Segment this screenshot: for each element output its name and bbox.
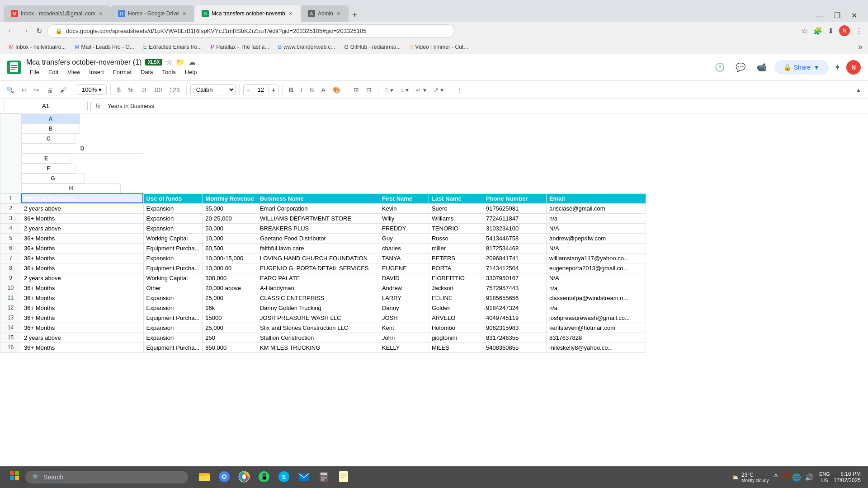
cell-d14[interactable]: Stix and Stones Construction LLC — [257, 323, 379, 333]
bookmark-item-3[interactable]: E Extracted Emails fro... — [140, 42, 205, 52]
cell-f15[interactable]: giogtonini — [429, 333, 483, 343]
cell-g9[interactable]: 3307950167 — [483, 273, 546, 283]
row-num-6[interactable]: 6 — [0, 243, 21, 253]
cell-g3[interactable]: 7724611847 — [483, 213, 546, 223]
cell-g12[interactable]: 9184247324 — [483, 303, 546, 313]
cell-a5[interactable]: 36+ Months — [21, 233, 144, 243]
cell-f1[interactable]: Last Name — [429, 193, 483, 203]
cell-b3[interactable]: Expansion — [143, 213, 203, 223]
cell-e3[interactable]: Willy — [379, 213, 429, 223]
cell-b6[interactable]: Equipment Purcha... — [143, 243, 203, 253]
account-avatar[interactable]: N — [846, 60, 861, 75]
cell-e13[interactable]: JOSH — [379, 313, 429, 323]
close-button[interactable]: ✕ — [848, 9, 861, 22]
sound-icon[interactable]: 🔊 — [805, 473, 814, 482]
cell-b12[interactable]: Expansion — [143, 303, 203, 313]
gemini-button[interactable]: ✦ — [834, 62, 841, 72]
row-num-11[interactable]: 11 — [0, 293, 21, 303]
file-explorer-taskbar-icon[interactable] — [195, 468, 213, 487]
cell-d10[interactable]: A-Handyman — [257, 283, 379, 293]
search-button[interactable]: 🔍 — [4, 84, 17, 95]
cell-f6[interactable]: miller — [429, 243, 483, 253]
cell-h7[interactable]: williamstanya117@yahoo.co... — [546, 253, 646, 263]
merge-button[interactable]: ⊟ — [363, 84, 374, 95]
zoom-selector[interactable]: 100% ▾ — [77, 84, 107, 95]
cell-b2[interactable]: Expansion — [143, 203, 203, 213]
cell-b11[interactable]: Expansion — [143, 293, 203, 303]
cell-a12[interactable]: 36+ Months — [21, 303, 144, 313]
cell-e10[interactable]: Andrew — [379, 283, 429, 293]
forward-button[interactable]: → — [20, 25, 31, 37]
cell-b16[interactable]: Equipment Purcha... — [143, 343, 203, 352]
cell-e6[interactable]: charles — [379, 243, 429, 253]
cell-d2[interactable]: Emari Corporation — [257, 203, 379, 213]
cell-f5[interactable]: Russo — [429, 233, 483, 243]
cell-d11[interactable]: CLASSIC ENTERPRISS — [257, 293, 379, 303]
undo-button[interactable]: ↩ — [19, 84, 29, 95]
menu-format[interactable]: Format — [109, 67, 135, 77]
row-num-15[interactable]: 15 — [0, 333, 21, 343]
font-selector[interactable]: Calibri — [190, 84, 236, 95]
row-num-1[interactable]: 1 — [0, 193, 21, 203]
cell-a3[interactable]: 36+ Months — [21, 213, 144, 223]
col-header-g[interactable]: G — [21, 174, 85, 183]
cell-c16[interactable]: 850,000 — [203, 343, 257, 352]
format-123-button[interactable]: 123 — [166, 84, 182, 95]
history-button[interactable]: 🕐 — [712, 60, 727, 75]
cell-g6[interactable]: 8172534468 — [483, 243, 546, 253]
notes-taskbar-icon[interactable] — [335, 468, 353, 487]
download-icon[interactable]: ⬇ — [828, 27, 834, 35]
minimize-button[interactable]: — — [812, 10, 827, 22]
col-header-d[interactable]: D — [21, 144, 143, 154]
cell-e16[interactable]: KELLY — [379, 343, 429, 352]
cell-b9[interactable]: Working Capital — [143, 273, 203, 283]
cell-d6[interactable]: faithful lawn care — [257, 243, 379, 253]
cell-g2[interactable]: 9175625981 — [483, 203, 546, 213]
cell-h2[interactable]: arisclase@gmail.com — [546, 203, 646, 213]
cell-b8[interactable]: Equipment Purcha... — [143, 263, 203, 273]
tab-close-2[interactable]: × — [182, 9, 187, 18]
cell-f9[interactable]: FIOREITTIO — [429, 273, 483, 283]
network-icon[interactable]: 🌐 — [792, 473, 801, 482]
share-button[interactable]: 🔒 Share ▼ — [774, 60, 829, 75]
fill-color-button[interactable]: 🎨 — [330, 84, 343, 95]
cell-g11[interactable]: 9185655656 — [483, 293, 546, 303]
cell-h9[interactable]: N/A — [546, 273, 646, 283]
cell-c6[interactable]: 60,500 — [203, 243, 257, 253]
cell-c12[interactable]: 16k — [203, 303, 257, 313]
cell-e9[interactable]: DAVID — [379, 273, 429, 283]
menu-insert[interactable]: Insert — [85, 67, 108, 77]
cell-c5[interactable]: 10,000 — [203, 233, 257, 243]
menu-data[interactable]: Data — [137, 67, 156, 77]
row-num-7[interactable]: 7 — [0, 253, 21, 263]
cell-b13[interactable]: Equipment Purcha... — [143, 313, 203, 323]
cell-a13[interactable]: 36+ Months — [21, 313, 144, 323]
menu-help[interactable]: Help — [181, 67, 201, 77]
taskbar-search[interactable]: 🔍 — [25, 471, 188, 483]
cell-d1[interactable]: Business Name — [257, 193, 379, 203]
cell-g4[interactable]: 3103234100 — [483, 223, 546, 233]
cell-h5[interactable]: andrew@pepdfw.com — [546, 233, 646, 243]
print-button[interactable]: 🖨 — [44, 84, 56, 95]
cell-e2[interactable]: Kevin — [379, 203, 429, 213]
bookmark-item-5[interactable]: B www.brandonweb.c... — [274, 42, 339, 52]
vertical-align-button[interactable]: ↕ ▾ — [398, 84, 411, 95]
row-num-9[interactable]: 9 — [0, 273, 21, 283]
whatsapp-taskbar-icon[interactable]: 📱 — [255, 468, 273, 487]
taskbar-search-input[interactable] — [43, 474, 134, 481]
bookmark-item-6[interactable]: G GitHub - redianmar... — [340, 42, 404, 52]
cell-a6[interactable]: 36+ Months — [21, 243, 144, 253]
row-num-16[interactable]: 16 — [0, 343, 21, 352]
cell-a10[interactable]: 36+ Months — [21, 283, 144, 293]
cell-g16[interactable]: 5408360855 — [483, 343, 546, 352]
bookmark-item-4[interactable]: P Parallax - The fast a... — [207, 42, 273, 52]
cell-c11[interactable]: 25,000 — [203, 293, 257, 303]
cell-c1[interactable]: Monthly Revenue — [203, 193, 257, 203]
row-num-12[interactable]: 12 — [0, 303, 21, 313]
sheet-table-wrapper[interactable]: A B C D E F G H 1 — [0, 113, 868, 470]
cell-f4[interactable]: TENORIO — [429, 223, 483, 233]
cell-c2[interactable]: 35,000 — [203, 203, 257, 213]
cell-b15[interactable]: Expansion — [143, 333, 203, 343]
mail-taskbar-icon[interactable] — [295, 468, 313, 487]
cell-h14[interactable]: kentsteven@hotmail.com — [546, 323, 646, 333]
